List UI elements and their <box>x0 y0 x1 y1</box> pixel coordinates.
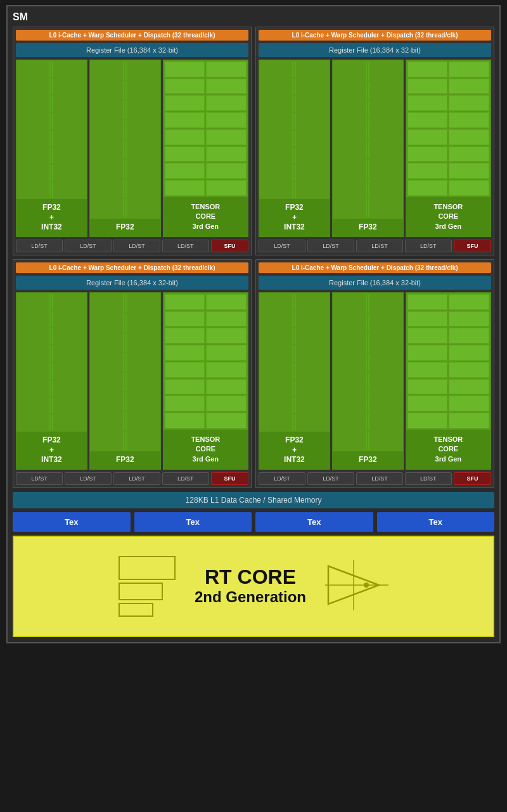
fp32-int32-unit-4: FP32+INT32 <box>259 292 330 470</box>
tex-unit-4: Tex <box>377 512 495 532</box>
rt-core-section: RT CORE 2nd Generation <box>13 536 494 637</box>
tex-unit-3: Tex <box>255 512 373 532</box>
ldst-2-2: LD/ST <box>307 240 354 252</box>
rt-core-text: RT CORE 2nd Generation <box>195 566 306 607</box>
bottom-units-4: LD/ST LD/ST LD/ST LD/ST SFU <box>259 472 491 485</box>
tex-unit-1: Tex <box>13 512 131 532</box>
fp32-int32-label-2: FP32+INT32 <box>259 199 330 236</box>
fp32-label-2: FP32 <box>333 219 403 236</box>
fp32-int32-label-4: FP32+INT32 <box>259 432 330 469</box>
l0-bar-1: L0 i-Cache + Warp Scheduler + Dispatch (… <box>16 30 248 41</box>
quadrant-1: L0 i-Cache + Warp Scheduler + Dispatch (… <box>13 27 252 255</box>
rt-diagram-box-2 <box>119 583 163 600</box>
rt-core-subtitle: 2nd Generation <box>195 588 306 607</box>
rt-core-title: RT CORE <box>195 566 306 588</box>
ldst-3-2: LD/ST <box>65 472 112 485</box>
quadrant-3: L0 i-Cache + Warp Scheduler + Dispatch (… <box>13 259 252 488</box>
sfu-1: SFU <box>211 240 248 252</box>
ldst-3-4: LD/ST <box>162 472 209 485</box>
tensor-unit-4: TENSORCORE3rd Gen <box>406 292 491 470</box>
shared-memory-bar: 128KB L1 Data Cache / Shared Memory <box>13 492 494 508</box>
tensor-label-2: TENSORCORE3rd Gen <box>406 197 491 236</box>
ldst-2-4: LD/ST <box>405 240 452 252</box>
ldst-4-4: LD/ST <box>405 472 452 485</box>
ldst-4-1: LD/ST <box>259 472 305 485</box>
register-file-4: Register File (16,384 x 32-bit) <box>259 276 491 290</box>
rt-core-diagram <box>119 556 176 617</box>
ldst-1-3: LD/ST <box>113 240 160 252</box>
register-file-1: Register File (16,384 x 32-bit) <box>16 43 248 57</box>
register-file-3: Register File (16,384 x 32-bit) <box>16 276 248 290</box>
l0-bar-3: L0 i-Cache + Warp Scheduler + Dispatch (… <box>16 262 248 273</box>
l0-bar-2: L0 i-Cache + Warp Scheduler + Dispatch (… <box>259 30 491 41</box>
sfu-4: SFU <box>454 472 491 485</box>
ldst-1-1: LD/ST <box>16 240 63 252</box>
bottom-units-1: LD/ST LD/ST LD/ST LD/ST SFU <box>16 240 248 252</box>
rt-triangle-svg <box>325 560 388 610</box>
ldst-4-3: LD/ST <box>356 472 403 485</box>
register-file-2: Register File (16,384 x 32-bit) <box>259 43 491 57</box>
sm-label: SM <box>13 11 494 23</box>
fp32-int32-label-3: FP32+INT32 <box>16 432 87 469</box>
compute-units-2: FP32+INT32 FP32 <box>259 60 491 237</box>
fp32-unit-4: FP32 <box>332 292 404 470</box>
ldst-1-2: LD/ST <box>65 240 112 252</box>
quadrants-grid: L0 i-Cache + Warp Scheduler + Dispatch (… <box>13 27 494 488</box>
tex-unit-2: Tex <box>134 512 252 532</box>
rt-diagram-box-1 <box>119 556 176 580</box>
tensor-unit-3: TENSORCORE3rd Gen <box>163 292 248 470</box>
rt-diagram-box-3 <box>119 603 153 617</box>
rt-triangle-area <box>325 560 388 613</box>
quadrant-4: L0 i-Cache + Warp Scheduler + Dispatch (… <box>255 259 494 488</box>
svg-point-3 <box>364 583 369 588</box>
ldst-2-1: LD/ST <box>259 240 305 252</box>
fp32-label-1: FP32 <box>90 219 160 236</box>
fp32-int32-unit-3: FP32+INT32 <box>16 292 87 470</box>
tensor-unit-2: TENSORCORE3rd Gen <box>406 60 491 237</box>
compute-units-1: FP32+INT32 FP32 <box>16 60 248 237</box>
fp32-label-4: FP32 <box>333 451 403 469</box>
tensor-unit-1: TENSORCORE3rd Gen <box>163 60 248 237</box>
bottom-units-2: LD/ST LD/ST LD/ST LD/ST SFU <box>259 240 491 252</box>
fp32-int32-unit-2: FP32+INT32 <box>259 60 330 237</box>
ldst-3-3: LD/ST <box>113 472 160 485</box>
fp32-unit-2: FP32 <box>332 60 404 237</box>
fp32-unit-1: FP32 <box>89 60 161 237</box>
l0-bar-4: L0 i-Cache + Warp Scheduler + Dispatch (… <box>259 262 491 273</box>
ldst-3-1: LD/ST <box>16 472 63 485</box>
fp32-int32-label-1: FP32+INT32 <box>16 199 87 236</box>
tensor-label-4: TENSORCORE3rd Gen <box>406 430 491 469</box>
quadrant-2: L0 i-Cache + Warp Scheduler + Dispatch (… <box>255 27 494 255</box>
ldst-4-2: LD/ST <box>307 472 354 485</box>
ldst-1-4: LD/ST <box>162 240 209 252</box>
bottom-units-3: LD/ST LD/ST LD/ST LD/ST SFU <box>16 472 248 485</box>
tensor-label-1: TENSORCORE3rd Gen <box>164 197 248 236</box>
sfu-3: SFU <box>211 472 248 485</box>
tensor-label-3: TENSORCORE3rd Gen <box>164 430 248 469</box>
tex-row: Tex Tex Tex Tex <box>13 512 494 532</box>
fp32-int32-unit-1: FP32+INT32 <box>16 60 87 237</box>
compute-units-3: FP32+INT32 FP32 <box>16 292 248 470</box>
fp32-label-3: FP32 <box>90 451 160 469</box>
compute-units-4: FP32+INT32 FP32 <box>259 292 491 470</box>
sm-container: SM L0 i-Cache + Warp Scheduler + Dispatc… <box>6 5 501 643</box>
sfu-2: SFU <box>454 240 491 252</box>
fp32-unit-3: FP32 <box>89 292 161 470</box>
ldst-2-3: LD/ST <box>356 240 403 252</box>
